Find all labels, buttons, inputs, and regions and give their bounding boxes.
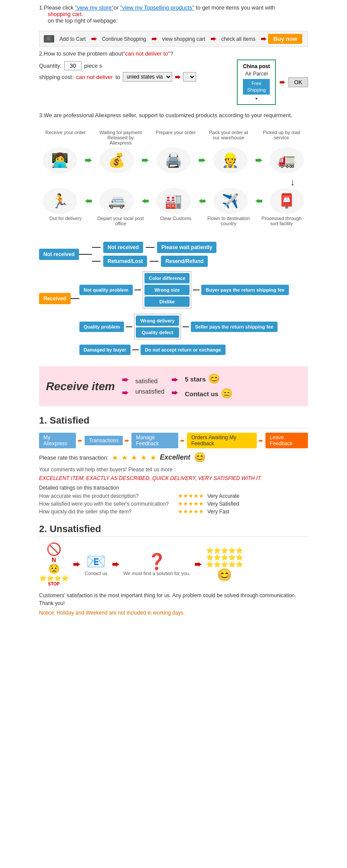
webpage-instruction: on the top right of webpage: [48,17,308,24]
cannot-deliver-text: can not deliver [76,74,113,80]
ok-button[interactable]: OK [288,77,308,87]
shopping-cart-text: shopping cart. [48,11,308,17]
buy-now-button[interactable]: Buy now [268,34,303,44]
shipping-select[interactable]: unied states via [123,72,172,82]
china-post-area: China post Air Parcel Free Shipping ● ➨ … [237,59,308,105]
quantity-input[interactable] [64,61,82,70]
comment-text: Your comments will help other buyers! Pl… [39,467,308,473]
section-1: 1.Please click "view my store"or "view m… [39,4,308,24]
proc-label-10: Processed through sort facility [260,216,303,226]
unsat-icon-4: ⭐⭐⭐⭐⭐ ⭐⭐⭐⭐⭐ ⭐⭐⭐⭐⭐ 😊 [206,547,243,582]
shipping-method-select[interactable] [183,72,196,82]
fb-step-5: Leave Feedback [265,433,308,448]
sub-quality-defect: Quality defect [136,327,179,338]
review-text: EXCELLENT ITEM, EXACTLY AS DESCRIBED, QU… [39,475,308,481]
not-received-row-1: Not received Not received Please wait pa… [39,242,308,267]
arrow-2: ➨ [151,35,157,43]
rating-row-3: How quickly did the seller ship the item… [39,508,308,515]
section-2: 2.How to solve the problem about"can not… [39,50,308,105]
pieces-label: piece s [84,62,102,69]
not-received-branch-2: Returned/Lost Resend/Refund [92,256,216,267]
arrow-4: ➨ [261,35,266,43]
fb-step-4: Orders Awaiting My Feedback [187,433,257,448]
fb-arrow-2: ➨ [124,437,130,444]
arrow-ok: ➨ [279,78,285,86]
arrow-1: ➨ [91,35,97,43]
china-post-title: China post [243,63,270,70]
excellent-emoji: 😊 [194,452,206,463]
section-3: 3.We are professional Aliexpress seller,… [39,112,308,118]
received-main-col: Received [39,293,79,304]
shipping-row: shipping cost: can not deliver to unied … [39,72,228,82]
arrow-result-1: ➨ [171,375,178,385]
proc-icon-6: 🏃 [43,188,77,214]
not-received-b1-result: Please wait patiently [157,242,216,253]
free-shipping-box: Free Shipping [243,79,270,95]
not-quality-label: Not quality problem [79,285,133,295]
cart-icon: 🛒 [44,35,54,43]
view-topselling-link[interactable]: "view my Topselling products" [120,4,194,11]
proc-icon-5: 🚛 [269,147,304,173]
received-b2: Quality problem Wrong delivery Quality d… [79,314,289,339]
fb-arrow-1: ➨ [78,437,83,444]
arrow-ship: ➨ [175,73,180,81]
proc-arrow-8: ➨ [255,196,262,206]
happy-emoji-1: 😊 [208,373,220,385]
sat-results-arrows: ➨ ➨ [171,375,178,398]
notice-text: Notice: Holiday and Weekend are not incl… [39,610,308,616]
cart-step-check: check all items [218,35,259,43]
proc-icon-1: 👩‍💻 [43,147,77,173]
not-received-main: Not received [39,249,79,260]
fb-arrow-4: ➨ [259,437,264,444]
receive-item-title: Receive item [46,380,115,393]
rating-stars-1: ★★★★★ [178,493,204,499]
satisfied-title: 1. Satisfied [39,415,308,428]
unsat-arrow-2: ➨ [112,559,119,569]
unsat-icon-2: 📧 Contact us [85,552,108,576]
proc-label-7: Depart your local post office [97,216,144,226]
received-b3: Damaged by buyer Do not accept return or… [79,345,289,355]
proc-label-8: Clear Customs [154,216,197,226]
ratings-title: Detailed ratings on this transaction [39,485,308,491]
arrow-sat-1: ➨ [122,375,128,385]
rating-value-2: Very Satisfied [207,501,239,507]
not-received-b2-result: Resend/Refund [161,256,208,267]
unsat-arrow-1: ➨ [73,559,80,569]
china-post-subtitle: Air Parcel [243,70,270,78]
rating-stars-3: ★★★★★ [178,508,204,515]
unsatisfied-label: unsatisfied [135,388,164,395]
proc-label-6: Out for delivery [44,216,87,226]
proc-label-1: Receive your order [44,130,87,145]
proc-arrow-2: ➨ [141,155,149,165]
proc-icon-4: 👷 [213,147,248,173]
excellent-text: Excellent [160,454,190,461]
shipping-controls: Quantity: piece s shipping cost: can not… [39,59,228,83]
arrow-sat-2: ➨ [122,388,128,398]
no-return: Do not accept return or exchange [141,345,225,355]
sat-arrows: ➨ ➨ [122,375,128,398]
shipping-label: shipping cost: [39,74,74,80]
proc-icon-8: 🏭 [156,188,191,214]
to-text: to [115,74,120,80]
proc-label-2: Waiting for payment Released by Aliexpre… [97,130,144,145]
unsatisfied-title: 2. Unsatisfied [39,523,308,537]
rating-stars-2: ★★★★★ [178,500,204,507]
proc-label-3: Prepare your order [154,130,197,145]
arrow-3: ➨ [210,35,216,43]
rating-label-2: How satisfied were you with the seller's… [39,501,178,507]
rating-table: Detailed ratings on this transaction How… [39,485,308,515]
proc-arrow-6: ➨ [141,196,149,206]
arrow-result-2: ➨ [171,388,178,398]
down-arrow: ↓ [39,177,308,188]
not-received-b1-label: Not received [103,242,143,253]
view-store-link[interactable]: "view my store" [75,4,114,11]
not-received-branches: Not received Please wait patiently Retur… [92,242,216,267]
proc-label-9: Flown to destination country [207,216,250,226]
proc-icon-7: 🚐 [99,188,134,214]
process-flow-section: Receive your order Waiting for payment R… [39,125,308,230]
circle-mark: ● [243,95,270,102]
received-b1: Not quality problem Color difference Wro… [79,271,289,309]
proc-icon-9: ✈️ [213,188,248,214]
cart-step-continue: Continue Shopping [98,35,150,43]
sub-color: Color difference [144,273,190,283]
